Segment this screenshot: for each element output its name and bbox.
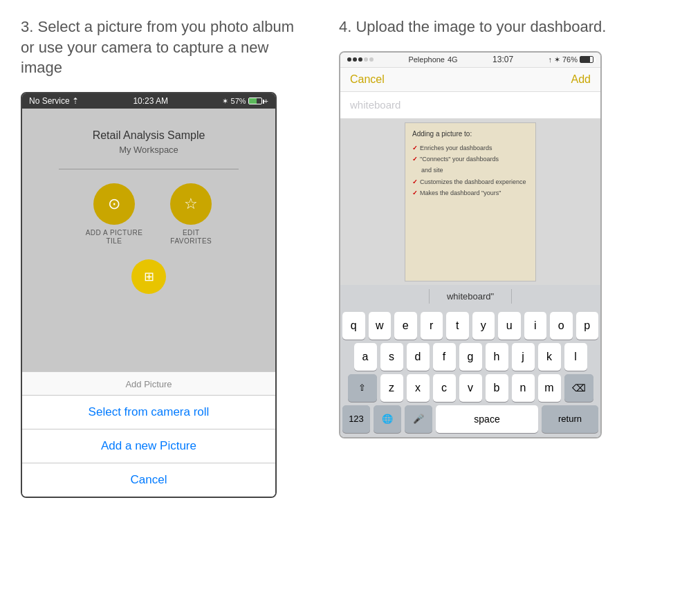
check-1: ✓	[412, 143, 418, 153]
key-k[interactable]: k	[538, 343, 561, 371]
whiteboard-image-area: Adding a picture to: ✓ Enriches your das…	[340, 119, 600, 285]
star-circle: ☆	[170, 183, 212, 225]
report-subtitle: My Workspace	[119, 145, 178, 155]
wb-text-5: Makes the dashboard "yours"	[420, 188, 501, 198]
wb-line-5: ✓ Makes the dashboard "yours"	[412, 188, 528, 198]
cancel-btn[interactable]: Cancel	[22, 463, 275, 497]
keyboard: q w e r t y u i o p a s d f g	[340, 308, 600, 437]
right-status-icons: ↑ ✶ 76%	[548, 55, 593, 64]
wb-line-4: ✓ Customizes the dashboard experience	[412, 177, 528, 187]
no-service-text: No Service ⇡	[29, 96, 79, 106]
wb-text-1: Enriches your dashboards	[420, 143, 492, 153]
key-q[interactable]: q	[342, 312, 365, 340]
key-d[interactable]: d	[407, 343, 430, 371]
check-2: ✓	[412, 154, 418, 164]
status-bar-left: No Service ⇡ 10:23 AM ✶ 57% +	[22, 93, 275, 109]
key-n[interactable]: n	[512, 374, 535, 402]
select-camera-roll-btn[interactable]: Select from camera roll	[22, 396, 275, 429]
return-key[interactable]: return	[542, 405, 598, 433]
key-o[interactable]: o	[550, 312, 573, 340]
carrier-info: Pelephone 4G	[408, 55, 457, 64]
bottom-icon: ⊞	[144, 269, 154, 284]
phone-mockup-left: No Service ⇡ 10:23 AM ✶ 57% + Retail Ana…	[21, 92, 277, 498]
wb-line-3: and site	[412, 165, 528, 175]
edit-favorites-btn[interactable]: ☆ EDITFAVORITES	[170, 183, 212, 246]
key-t[interactable]: t	[446, 312, 469, 340]
battery-pct: 76%	[562, 55, 578, 64]
key-s[interactable]: s	[380, 343, 403, 371]
wb-text-3: and site	[421, 165, 443, 175]
key-x[interactable]: x	[407, 374, 430, 402]
key-b[interactable]: b	[486, 374, 508, 402]
key-r[interactable]: r	[421, 312, 443, 340]
battery-right	[580, 56, 593, 63]
status-bar-right: Pelephone 4G 13:07 ↑ ✶ 76%	[340, 53, 600, 68]
wb-text-2: "Connects" your dashboards	[420, 154, 499, 164]
dot2	[353, 57, 357, 62]
key-m[interactable]: m	[538, 374, 561, 402]
key-f[interactable]: f	[433, 343, 456, 371]
carrier-name: Pelephone	[408, 55, 445, 64]
delete-key[interactable]: ⌫	[564, 374, 593, 402]
add-picture-tile-btn[interactable]: ⊙ ADD A PICTURETILE	[86, 183, 143, 246]
action-sheet-title: Add Picture	[22, 372, 275, 396]
bottom-circle: ⊞	[131, 259, 166, 294]
dot1	[347, 57, 351, 62]
network-type: 4G	[448, 55, 458, 64]
key-p[interactable]: p	[576, 312, 599, 340]
signal-text: ✶ 57%	[222, 97, 246, 106]
camera-icon: ⊙	[108, 195, 120, 213]
status-right-info: ✶ 57% +	[222, 97, 268, 106]
key-y[interactable]: y	[472, 312, 495, 340]
step-4-title: 4. Upload the image to your dashboard.	[339, 17, 636, 37]
mic-key[interactable]: 🎤	[405, 405, 432, 433]
key-u[interactable]: u	[498, 312, 521, 340]
shift-key[interactable]: ⇧	[348, 374, 377, 402]
wb-line-2: ✓ "Connects" your dashboards	[412, 154, 528, 164]
whiteboard-placeholder: whiteboard	[350, 99, 400, 111]
dot3	[358, 57, 362, 62]
action-sheet: Add Picture Select from camera roll Add …	[22, 371, 275, 497]
wb-heading: Adding a picture to:	[412, 130, 528, 138]
action-buttons: ⊙ ADD A PICTURETILE ☆ EDITFAVORITES	[86, 183, 212, 246]
wb-text-4: Customizes the dashboard experience	[420, 177, 526, 187]
globe-key[interactable]: 🌐	[374, 405, 401, 433]
battery-plus: +	[264, 97, 268, 105]
phone-mockup-right: Pelephone 4G 13:07 ↑ ✶ 76% Cancel Add	[339, 51, 602, 438]
signal-dots	[347, 57, 374, 62]
nav-bar-right: Cancel Add	[340, 68, 600, 92]
key-z[interactable]: z	[380, 374, 403, 402]
add-new-picture-btn[interactable]: Add a new Picture	[22, 429, 275, 463]
autocomplete-center[interactable]: whiteboard"	[430, 289, 512, 304]
key-e[interactable]: e	[394, 312, 417, 340]
key-i[interactable]: i	[524, 312, 547, 340]
wb-text-lines: ✓ Enriches your dashboards ✓ "Connects" …	[412, 143, 528, 200]
whiteboard-input-area[interactable]: whiteboard	[340, 92, 600, 119]
key-a[interactable]: a	[354, 343, 377, 371]
key-j[interactable]: j	[512, 343, 535, 371]
time-left: 10:23 AM	[133, 96, 168, 106]
key-c[interactable]: c	[433, 374, 456, 402]
key-h[interactable]: h	[486, 343, 508, 371]
report-title: Retail Analysis Sample	[93, 129, 205, 142]
star-icon: ☆	[184, 195, 198, 213]
location-icon: ↑	[548, 55, 552, 64]
keyboard-row-1: q w e r t y u i o p	[342, 312, 598, 340]
autocomplete-right	[512, 289, 593, 304]
left-column: 3. Select a picture from you photo album…	[21, 17, 311, 584]
keyboard-row-2: a s d f g h j k l	[342, 343, 598, 371]
add-nav-btn[interactable]: Add	[571, 73, 591, 86]
edit-favorites-label: EDITFAVORITES	[170, 229, 212, 246]
key-g[interactable]: g	[459, 343, 482, 371]
battery-icon	[248, 98, 262, 104]
space-key[interactable]: space	[436, 405, 538, 433]
cancel-nav-btn[interactable]: Cancel	[350, 73, 385, 86]
camera-circle: ⊙	[93, 183, 135, 225]
page: 3. Select a picture from you photo album…	[0, 0, 700, 601]
time-right: 13:07	[492, 55, 513, 64]
key-w[interactable]: w	[369, 312, 392, 340]
add-picture-label: ADD A PICTURETILE	[86, 229, 143, 246]
key-v[interactable]: v	[459, 374, 482, 402]
key-l[interactable]: l	[564, 343, 587, 371]
key-123[interactable]: 123	[342, 405, 370, 433]
